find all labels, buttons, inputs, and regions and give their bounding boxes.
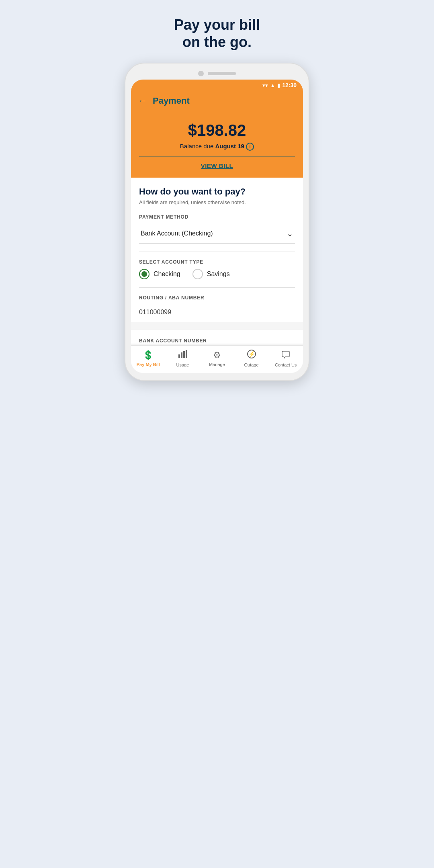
bottom-nav: 💲 Pay My Bill Usage ⚙ Manage xyxy=(131,345,303,373)
routing-input[interactable] xyxy=(139,305,295,320)
nav-usage[interactable]: Usage xyxy=(170,350,194,367)
app-bar-title: Payment xyxy=(153,96,190,106)
info-icon[interactable]: i xyxy=(246,143,254,151)
form-section: How do you want to pay? All fields are r… xyxy=(131,178,303,322)
contact-icon xyxy=(281,350,290,361)
nav-outage[interactable]: ⚡ Outage xyxy=(240,350,264,367)
camera-dot xyxy=(198,71,204,76)
payment-method-section: PAYMENT METHOD Bank Account (Checking) ⌄ xyxy=(139,214,295,244)
pay-bill-icon: 💲 xyxy=(143,350,154,360)
status-icons: ▾▾ ▲ ▮ 12:30 xyxy=(262,82,297,88)
radio-checking[interactable]: Checking xyxy=(139,269,180,279)
svg-rect-0 xyxy=(178,354,180,358)
signal-icon: ▲ xyxy=(270,82,275,88)
routing-label: ROUTING / ABA NUMBER xyxy=(139,295,295,301)
phone-notch xyxy=(131,71,303,76)
chevron-down-icon: ⌄ xyxy=(287,229,293,238)
balance-due-date: August 19 xyxy=(215,143,244,149)
radio-checking-inner xyxy=(141,271,147,277)
nav-pay-my-bill[interactable]: 💲 Pay My Bill xyxy=(136,350,160,367)
balance-card: $198.82 Balance due August 19 i VIEW BIL… xyxy=(131,113,303,178)
nav-contact-us[interactable]: Contact Us xyxy=(274,350,298,367)
card-divider xyxy=(139,156,295,157)
battery-icon: ▮ xyxy=(277,82,280,88)
page-headline: Pay your bill on the go. xyxy=(162,0,272,63)
phone-screen: ▾▾ ▲ ▮ 12:30 ← Payment $198.82 Balance d… xyxy=(131,80,303,373)
status-time: 12:30 xyxy=(282,82,297,88)
nav-outage-label: Outage xyxy=(244,362,259,367)
back-button[interactable]: ← xyxy=(138,96,147,106)
phone-frame: ▾▾ ▲ ▮ 12:30 ← Payment $198.82 Balance d… xyxy=(125,63,309,381)
svg-rect-1 xyxy=(181,352,182,358)
nav-manage-label: Manage xyxy=(209,362,225,367)
payment-method-select[interactable]: Bank Account (Checking) ⌄ xyxy=(139,224,295,244)
radio-savings[interactable]: Savings xyxy=(192,269,230,279)
svg-rect-3 xyxy=(186,350,187,358)
status-bar: ▾▾ ▲ ▮ 12:30 xyxy=(131,80,303,91)
section-divider xyxy=(139,252,295,252)
balance-due-text: Balance due August 19 i xyxy=(139,143,295,151)
form-subtext: All fields are required, unless otherwis… xyxy=(139,199,295,205)
svg-text:⚡: ⚡ xyxy=(248,351,255,358)
radio-checking-circle xyxy=(139,269,149,279)
manage-icon: ⚙ xyxy=(213,350,221,360)
form-heading: How do you want to pay? xyxy=(139,186,295,197)
payment-method-value: Bank Account (Checking) xyxy=(141,230,213,237)
wifi-icon: ▾▾ xyxy=(262,82,268,88)
account-type-radio-group: Checking Savings xyxy=(139,269,295,279)
nav-usage-label: Usage xyxy=(176,362,189,367)
balance-due-prefix: Balance due xyxy=(180,143,213,149)
speaker-bar xyxy=(208,72,236,75)
app-bar: ← Payment xyxy=(131,91,303,113)
balance-amount: $198.82 xyxy=(139,121,295,139)
nav-manage[interactable]: ⚙ Manage xyxy=(205,350,229,367)
svg-rect-2 xyxy=(183,351,185,358)
account-type-label: SELECT ACCOUNT TYPE xyxy=(139,259,295,265)
account-type-section: SELECT ACCOUNT TYPE Checking Savings xyxy=(139,259,295,279)
radio-savings-circle xyxy=(192,269,203,279)
payment-method-label: PAYMENT METHOD xyxy=(139,214,295,220)
radio-checking-label: Checking xyxy=(154,270,180,278)
view-bill-link[interactable]: VIEW BILL xyxy=(201,162,233,169)
section-divider-2 xyxy=(139,287,295,288)
nav-contact-label: Contact Us xyxy=(275,362,297,367)
nav-pay-bill-label: Pay My Bill xyxy=(137,362,160,367)
routing-section: ROUTING / ABA NUMBER xyxy=(139,295,295,322)
usage-icon xyxy=(178,350,187,361)
bank-account-label: BANK ACCOUNT NUMBER xyxy=(139,334,295,344)
radio-savings-label: Savings xyxy=(207,270,230,278)
bank-account-section: BANK ACCOUNT NUMBER xyxy=(131,330,303,344)
outage-icon: ⚡ xyxy=(247,350,256,361)
